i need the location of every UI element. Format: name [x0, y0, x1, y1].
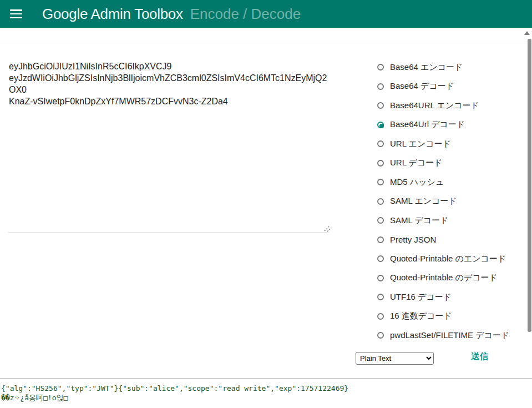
radio-unselected-icon[interactable]	[377, 64, 384, 70]
radio-option-0[interactable]: Base64 エンコード	[377, 62, 509, 73]
radio-selected-icon[interactable]	[377, 122, 384, 128]
radio-option-12[interactable]: UTF16 デコード	[377, 291, 509, 303]
radio-unselected-icon[interactable]	[377, 160, 384, 167]
radio-option-4[interactable]: URL エンコード	[377, 138, 509, 149]
radio-option-13[interactable]: 16 進数デコード	[377, 311, 509, 322]
radio-unselected-icon[interactable]	[377, 179, 384, 185]
resize-grip-icon[interactable]	[323, 224, 331, 232]
scrollbar-thumb[interactable]	[528, 39, 531, 332]
output-format-select[interactable]: Plain Text	[356, 352, 434, 365]
radio-unselected-icon[interactable]	[377, 102, 384, 109]
radio-option-9[interactable]: Pretty JSON	[377, 234, 509, 245]
radio-option-label: MD5 ハッシュ	[390, 177, 444, 188]
radio-unselected-icon[interactable]	[377, 217, 384, 224]
radio-option-8[interactable]: SAML デコード	[377, 215, 509, 226]
app-header: Google Admin Toolbox Encode / Decode	[0, 0, 532, 28]
radio-option-label: Base64Url デコード	[390, 119, 465, 130]
hamburger-menu-icon[interactable]	[10, 9, 22, 18]
radio-option-1[interactable]: Base64 デコード	[377, 81, 509, 92]
radio-unselected-icon[interactable]	[377, 83, 384, 90]
radio-option-7[interactable]: SAML エンコード	[377, 196, 509, 207]
encode-decode-option-list: Base64 エンコードBase64 デコードBase64URL エンコードBa…	[377, 62, 509, 341]
radio-option-10[interactable]: Quoted-Printable のエンコード	[377, 253, 509, 264]
radio-option-label: Base64URL エンコード	[390, 100, 479, 111]
radio-option-label: pwdLastSet/FILETIME デコード	[390, 330, 509, 341]
radio-option-14[interactable]: pwdLastSet/FILETIME デコード	[377, 330, 509, 341]
radio-unselected-icon[interactable]	[377, 198, 384, 205]
brand-title: Google Admin Toolbox	[42, 6, 183, 23]
radio-option-label: Pretty JSON	[390, 235, 436, 244]
content-divider	[0, 43, 532, 43]
radio-option-label: URL エンコード	[390, 139, 451, 149]
radio-option-11[interactable]: Quoted-Printable のデコード	[377, 273, 509, 284]
input-textarea[interactable]: eyJhbGciOiJIUzI1NiIsInR5cCI6IkpXVCJ9 eyJ…	[8, 59, 329, 233]
radio-option-3[interactable]: Base64Url デコード	[377, 119, 509, 130]
page-title: Encode / Decode	[190, 6, 301, 23]
radio-option-label: Base64 エンコード	[390, 62, 463, 73]
radio-option-label: 16 進数デコード	[390, 311, 452, 321]
radio-option-label: Base64 デコード	[390, 81, 454, 92]
radio-unselected-icon[interactable]	[377, 255, 384, 262]
submit-button[interactable]: 送信	[471, 351, 488, 362]
radio-option-6[interactable]: MD5 ハッシュ	[377, 177, 509, 188]
radio-unselected-icon[interactable]	[377, 332, 384, 339]
radio-option-label: URL デコード	[390, 158, 443, 168]
radio-unselected-icon[interactable]	[377, 294, 384, 300]
radio-option-label: Quoted-Printable のデコード	[390, 273, 498, 283]
radio-option-label: SAML デコード	[390, 215, 449, 226]
scroll-up-arrow-icon[interactable]	[524, 31, 530, 35]
radio-option-2[interactable]: Base64URL エンコード	[377, 100, 509, 111]
output-panel: {"alg":"HS256","typ":"JWT"}{"sub":"alice…	[0, 378, 532, 408]
radio-option-label: Quoted-Printable のエンコード	[390, 254, 506, 264]
radio-unselected-icon[interactable]	[377, 313, 384, 320]
output-line: {"alg":"HS256","typ":"JWT"}{"sub":"alice…	[1, 384, 531, 393]
output-line: ��z⁘¿å옹呵□!o읹□	[1, 393, 531, 402]
radio-unselected-icon[interactable]	[377, 236, 384, 243]
radio-option-label: UTF16 デコード	[390, 292, 452, 303]
radio-option-5[interactable]: URL デコード	[377, 158, 509, 169]
radio-option-label: SAML エンコード	[390, 196, 457, 206]
radio-unselected-icon[interactable]	[377, 140, 384, 147]
radio-unselected-icon[interactable]	[377, 275, 384, 281]
